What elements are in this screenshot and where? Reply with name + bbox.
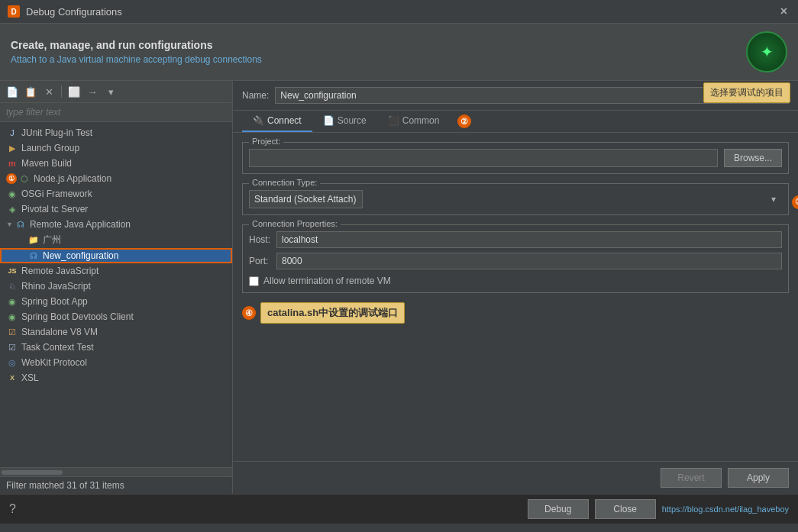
duplicate-button[interactable]: 📋: [23, 84, 38, 99]
close-button-footer[interactable]: Close: [595, 499, 656, 519]
tree-item-label: Spring Boot Devtools Client: [21, 311, 134, 322]
task-icon: ☑: [6, 341, 18, 353]
tree-item-label: Spring Boot App: [21, 296, 88, 307]
tree-item-label: Remote JavaScript: [21, 266, 99, 276]
expand-arrow[interactable]: ▼: [6, 221, 13, 228]
toolbar-separator: [61, 85, 62, 98]
tree-item-label: Rhino JavaScript: [21, 281, 91, 292]
host-input[interactable]: [276, 231, 782, 248]
tree-item-junit[interactable]: J JUnit Plug-in Test: [0, 125, 232, 140]
revert-button[interactable]: Revert: [661, 468, 722, 488]
tab-source[interactable]: 📄 Source: [312, 111, 377, 132]
annotation-bubble-3: ③: [792, 195, 798, 209]
tree-item-remote-java[interactable]: ▼ ☊ Remote Java Application: [0, 217, 232, 232]
annotation-bubble-2: ②: [457, 114, 471, 128]
filter-input[interactable]: [0, 103, 232, 122]
tree-item-maven[interactable]: m Maven Build: [0, 156, 232, 171]
tree-item-label: OSGi Framework: [21, 189, 92, 199]
right-panel-wrapper: 选择要调试的项目 Name: 🔌 Connect 📄 Source ⬛: [233, 81, 798, 494]
allow-termination-label[interactable]: Allow termination of remote VM: [263, 276, 391, 286]
tree-item-label: New_configuration: [43, 250, 118, 261]
main-content: 📄 📋 ✕ ⬜ → ▾ J JUnit Plug-in Test ▶ Launc…: [0, 81, 798, 494]
scroll-thumb: [2, 470, 63, 475]
toolbar: 📄 📋 ✕ ⬜ → ▾: [0, 81, 232, 103]
project-title: Project:: [249, 137, 283, 146]
tree-item-osgi[interactable]: ◉ OSGi Framework: [0, 186, 232, 202]
remote-js-icon: JS: [6, 265, 18, 277]
tree-item-pivotal[interactable]: ◈ Pivotal tc Server: [0, 202, 232, 217]
spring-boot-icon: ◉: [6, 295, 18, 308]
host-label: Host:: [249, 234, 270, 245]
more-button[interactable]: ▾: [103, 84, 118, 99]
tree-item-rhino[interactable]: ♘ Rhino JavaScript: [0, 279, 232, 294]
tree-item-standalone[interactable]: ☑ Standalone V8 VM: [0, 324, 232, 340]
tree-item-remote-js[interactable]: JS Remote JavaScript: [0, 263, 232, 279]
tree-item-spring-devtools[interactable]: ◉ Spring Boot Devtools Client: [0, 309, 232, 324]
header-subtitle: Attach to a Java virtual machine accepti…: [11, 54, 262, 65]
tree-item-launch-group[interactable]: ▶ Launch Group: [0, 140, 232, 156]
import-button[interactable]: →: [85, 84, 100, 99]
content-area: Project: Browse... Connection Type: Stan…: [233, 133, 798, 461]
port-input[interactable]: [276, 253, 782, 269]
annotation-4-container: ④ catalina.sh中设置的调试端口: [242, 302, 789, 324]
folder-icon: 📁: [27, 234, 40, 247]
tab-common[interactable]: ⬛ Common: [377, 111, 451, 132]
export-button[interactable]: ⬜: [66, 84, 82, 99]
tree-item-label: Maven Build: [21, 158, 72, 169]
standalone-icon: ☑: [6, 326, 18, 338]
annotation-box-1: 选择要调试的项目: [703, 82, 790, 103]
footer-link[interactable]: https://blog.csdn.net/ilag_haveboy: [662, 505, 789, 514]
footer: ? Debug Close https://blog.csdn.net/ilag…: [0, 494, 798, 524]
annotation-3-container: ③ 远程地址（IP）: [792, 192, 798, 212]
source-icon: 📄: [323, 115, 334, 126]
tree-item-spring-boot[interactable]: ◉ Spring Boot App: [0, 294, 232, 309]
tree-item-task-context[interactable]: ☑ Task Context Test: [0, 340, 232, 355]
close-button[interactable]: ×: [777, 5, 790, 18]
port-label: Port:: [249, 256, 270, 266]
tree-item-label: Remote Java Application: [30, 219, 131, 230]
connection-type-section: Connection Type: Standard (Socket Attach…: [242, 183, 789, 215]
debug-button[interactable]: Debug: [528, 499, 589, 519]
header-title: Create, manage, and run configurations: [11, 39, 262, 51]
connection-props-title: Connection Properties:: [249, 219, 341, 228]
left-panel: 📄 📋 ✕ ⬜ → ▾ J JUnit Plug-in Test ▶ Launc…: [0, 81, 233, 494]
connection-type-row: Standard (Socket Attach) Standard (Socke…: [249, 190, 782, 208]
connection-type-select[interactable]: Standard (Socket Attach) Standard (Socke…: [249, 190, 363, 208]
project-input[interactable]: [249, 149, 718, 167]
filter-count: Filter matched 31 of 31 items: [6, 480, 124, 491]
help-button[interactable]: ?: [9, 502, 16, 516]
tree-item-label: Task Context Test: [21, 342, 94, 353]
tree-item-webkit[interactable]: ◎ WebKit Protocol: [0, 355, 232, 370]
common-label: Common: [402, 115, 440, 126]
scroll-bar-bottom[interactable]: [0, 467, 232, 476]
xsl-icon: X: [6, 372, 18, 384]
connect-label: Connect: [267, 115, 302, 126]
tree-item-node[interactable]: ① ⬡ Node.js Application: [0, 171, 232, 186]
host-port-row: Host: Port:: [249, 231, 782, 269]
tree-item-label: Pivotal tc Server: [21, 204, 88, 214]
remote-java-icon: ☊: [15, 218, 27, 231]
osgi-icon: ◉: [6, 188, 18, 200]
tree-item-label: JUnit Plug-in Test: [21, 127, 92, 138]
header: Create, manage, and run configurations A…: [0, 24, 798, 81]
name-label: Name:: [242, 90, 269, 101]
project-row: Browse...: [249, 149, 782, 167]
junit-icon: J: [6, 127, 18, 139]
delete-button[interactable]: ✕: [41, 84, 57, 99]
allow-termination-checkbox[interactable]: [249, 276, 259, 286]
footer-right: Debug Close https://blog.csdn.net/ilag_h…: [528, 499, 789, 519]
tree-item-xsl[interactable]: X XSL: [0, 370, 232, 385]
browse-button[interactable]: Browse...: [724, 149, 782, 167]
apply-button[interactable]: Apply: [728, 468, 789, 488]
tree-item-guangzhou[interactable]: 📁 广州: [0, 232, 232, 248]
tab-connect[interactable]: 🔌 Connect: [242, 111, 312, 132]
header-logo: [746, 31, 787, 73]
new-config-icon: ☊: [27, 250, 40, 262]
tree-item-new-config[interactable]: ☊ New_configuration: [0, 248, 232, 263]
rhino-icon: ♘: [6, 280, 18, 292]
new-config-button[interactable]: 📄: [5, 84, 20, 99]
node-icon: ⬡: [18, 172, 31, 185]
launch-group-icon: ▶: [6, 142, 18, 154]
pivotal-icon: ◈: [6, 203, 18, 215]
tree-item-label: Node.js Application: [34, 173, 111, 184]
